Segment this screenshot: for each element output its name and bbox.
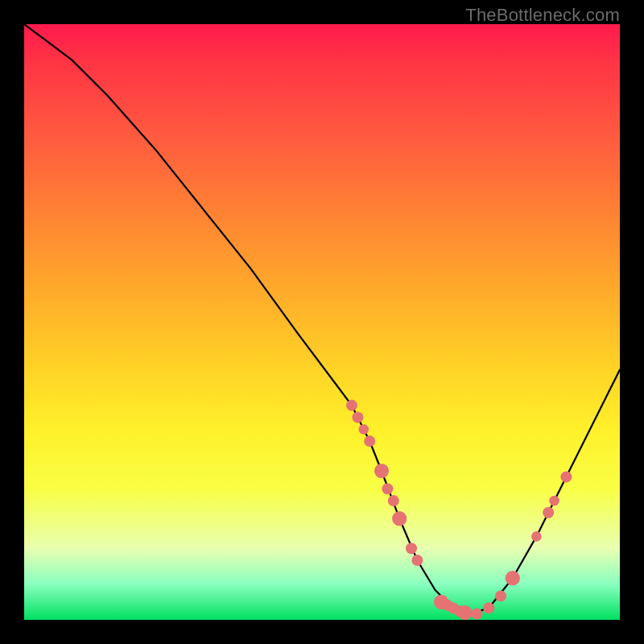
data-marker (560, 471, 572, 482)
data-marker (382, 483, 393, 494)
data-marker (506, 571, 520, 585)
watermark-text: TheBottleneck.com (465, 5, 620, 26)
bottleneck-chart (24, 24, 620, 620)
data-marker (495, 590, 506, 601)
data-marker (352, 411, 363, 423)
data-marker (411, 555, 423, 566)
data-marker (458, 605, 473, 620)
data-marker (549, 496, 559, 506)
data-marker (406, 543, 417, 554)
plot-area (24, 24, 620, 620)
data-marker (364, 436, 375, 447)
data-marker (392, 511, 407, 526)
data-marker (374, 464, 389, 478)
data-marker (531, 531, 542, 542)
data-marker (388, 495, 399, 506)
data-marker (483, 602, 494, 613)
data-marker (346, 400, 357, 411)
data-marker (359, 424, 369, 435)
data-marker (543, 507, 554, 518)
curve-line (24, 24, 620, 614)
data-marker (471, 609, 482, 620)
